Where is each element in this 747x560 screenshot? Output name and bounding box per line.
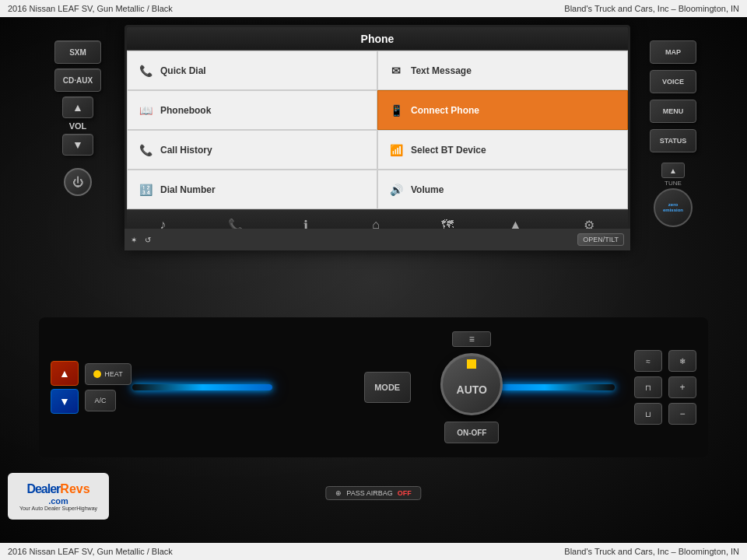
screen-title: Phone bbox=[361, 33, 395, 45]
volume-label: Volume bbox=[411, 184, 444, 195]
fan-top-button[interactable]: ≡ bbox=[452, 331, 491, 347]
fan-speed-up-button[interactable]: + bbox=[668, 376, 696, 398]
status-button[interactable]: STATUS bbox=[650, 129, 696, 152]
watermark-dot-com: .com bbox=[48, 496, 68, 506]
select-bt-icon: 📶 bbox=[388, 142, 405, 159]
infotainment-screen: Phone 📞 Quick Dial ✉ Text Message 📖 Phon… bbox=[124, 25, 630, 250]
airbag-text: PASS AIRBAG bbox=[346, 489, 392, 497]
rear-defrost-button[interactable]: ❄ bbox=[668, 350, 696, 372]
temp-up-button[interactable]: ▲ bbox=[51, 361, 79, 386]
mode-button[interactable]: MODE bbox=[364, 372, 411, 403]
watermark-logo: Dealer bbox=[26, 482, 60, 496]
heat-button[interactable]: HEAT bbox=[85, 363, 132, 385]
menu-button[interactable]: MENU bbox=[650, 100, 696, 123]
vent-defrost-button[interactable]: ⊔ bbox=[634, 403, 662, 425]
airbag-icon: ⊕ bbox=[335, 489, 342, 497]
airbag-status: OFF bbox=[398, 489, 412, 497]
temp-arrows: ▲ ▼ bbox=[51, 361, 79, 414]
top-bar-left: 2016 Nissan LEAF SV, Gun Metallic / Blac… bbox=[8, 4, 173, 13]
ac-button[interactable]: A/C bbox=[85, 390, 116, 411]
airbag-notice: ⊕ PASS AIRBAG OFF bbox=[325, 486, 421, 500]
bottom-bar-left: 2016 Nissan LEAF SV, Gun Metallic / Blac… bbox=[8, 547, 173, 556]
text-message-icon: ✉ bbox=[388, 62, 405, 79]
climate-panel: ▲ ▼ HEAT A/C MODE bbox=[39, 317, 708, 457]
climate-right-controls: ≈ ⊓ ⊔ ❄ + − bbox=[634, 350, 696, 425]
sxm-button[interactable]: SXM bbox=[54, 40, 101, 64]
phonebook-item[interactable]: 📖 Phonebook bbox=[127, 90, 377, 130]
top-info-bar: 2016 Nissan LEAF SV, Gun Metallic / Blac… bbox=[0, 0, 747, 17]
refresh-button[interactable]: ↺ bbox=[145, 236, 151, 244]
watermark-logo-row: Dealer Revs bbox=[26, 482, 89, 496]
auto-label: AUTO bbox=[457, 383, 487, 396]
volume-icon: 🔊 bbox=[388, 181, 405, 198]
vent-face-button[interactable]: ≈ bbox=[634, 350, 662, 372]
screen-footer: ✶ ↺ OPEN/TILT bbox=[124, 229, 630, 250]
bottom-bar-right: Bland's Truck and Cars, Inc – Bloomingto… bbox=[564, 547, 739, 556]
map-button[interactable]: MAP bbox=[650, 40, 696, 64]
left-control-panel: SXM CD·AUX ▲ VOL ▼ ⏻ bbox=[47, 40, 109, 243]
dial-number-icon: 🔢 bbox=[137, 181, 154, 198]
right-btns-row: ≈ ⊓ ⊔ ❄ + − bbox=[634, 350, 696, 425]
auto-wrapper: AUTO bbox=[440, 353, 503, 415]
vol-down-button[interactable]: ▼ bbox=[62, 134, 93, 156]
call-history-item[interactable]: 📞 Call History bbox=[127, 130, 377, 170]
tune-up-button[interactable]: ▲ bbox=[661, 163, 685, 178]
dial-number-item[interactable]: 🔢 Dial Number bbox=[127, 170, 377, 209]
tune-label: TUNE bbox=[665, 180, 682, 187]
volume-item[interactable]: 🔊 Volume bbox=[377, 170, 628, 209]
auto-button[interactable]: AUTO bbox=[440, 353, 503, 415]
zero-emission-text: zeroemission bbox=[663, 202, 683, 213]
heat-ac-btns: HEAT A/C bbox=[85, 363, 132, 411]
phonebook-icon: 📖 bbox=[137, 102, 154, 119]
main-area: SXM CD·AUX ▲ VOL ▼ ⏻ MAP VOICE MENU STAT… bbox=[0, 17, 747, 543]
star-button[interactable]: ✶ bbox=[131, 236, 137, 244]
cd-aux-button[interactable]: CD·AUX bbox=[54, 68, 101, 92]
select-bt-label: Select BT Device bbox=[411, 145, 486, 156]
auto-indicator bbox=[467, 359, 476, 369]
vol-label: VOL bbox=[69, 121, 87, 131]
fan-speed-down-button[interactable]: − bbox=[668, 403, 696, 425]
quick-dial-item[interactable]: 📞 Quick Dial bbox=[127, 51, 377, 90]
temp-and-heat: ▲ ▼ HEAT A/C bbox=[51, 361, 132, 414]
fan-icon: ≡ bbox=[469, 334, 475, 345]
connect-phone-item[interactable]: 📱 Connect Phone bbox=[377, 90, 628, 130]
watermark-tagline: Your Auto Dealer SuperHighway bbox=[19, 506, 97, 511]
temp-down-button[interactable]: ▼ bbox=[51, 389, 79, 414]
connect-phone-icon: 📱 bbox=[388, 102, 405, 119]
bottom-info-bar: 2016 Nissan LEAF SV, Gun Metallic / Blac… bbox=[0, 543, 747, 560]
vol-controls: ▲ VOL ▼ bbox=[62, 96, 93, 156]
quick-dial-label: Quick Dial bbox=[160, 65, 206, 76]
heat-indicator bbox=[93, 370, 101, 378]
heat-label: HEAT bbox=[104, 370, 122, 378]
climate-inner: ▲ ▼ HEAT A/C MODE bbox=[39, 331, 708, 443]
watermark: Dealer Revs .com Your Auto Dealer SuperH… bbox=[8, 473, 109, 520]
voice-button[interactable]: VOICE bbox=[650, 70, 696, 93]
climate-area: ▲ ▼ HEAT A/C MODE bbox=[39, 317, 708, 457]
connect-phone-label: Connect Phone bbox=[411, 105, 479, 116]
call-history-icon: 📞 bbox=[137, 142, 154, 159]
menu-grid: 📞 Quick Dial ✉ Text Message 📖 Phonebook … bbox=[127, 51, 628, 209]
phonebook-label: Phonebook bbox=[160, 105, 211, 116]
vent-buttons: ≈ ⊓ ⊔ bbox=[634, 350, 662, 425]
zero-emission-badge: zeroemission bbox=[654, 188, 693, 227]
climate-left-controls: ▲ ▼ HEAT A/C bbox=[51, 361, 132, 414]
screen-header: Phone bbox=[127, 27, 628, 51]
power-button[interactable]: ⏻ bbox=[64, 168, 92, 196]
watermark-revs: Revs bbox=[60, 482, 89, 496]
text-message-label: Text Message bbox=[411, 65, 472, 76]
open-tilt-button[interactable]: OPEN/TILT bbox=[577, 233, 624, 246]
vol-up-button[interactable]: ▲ bbox=[62, 96, 93, 118]
text-message-item[interactable]: ✉ Text Message bbox=[377, 51, 628, 90]
auto-center: ≡ AUTO ON-OFF bbox=[440, 331, 503, 443]
call-history-label: Call History bbox=[160, 145, 212, 156]
fan-speed-buttons: ❄ + − bbox=[668, 350, 696, 425]
dial-number-label: Dial Number bbox=[160, 184, 216, 195]
screen-container: Phone 📞 Quick Dial ✉ Text Message 📖 Phon… bbox=[124, 25, 630, 250]
vent-feet-button[interactable]: ⊓ bbox=[634, 376, 662, 398]
select-bt-item[interactable]: 📶 Select BT Device bbox=[377, 130, 628, 170]
top-bar-right: Bland's Truck and Cars, Inc – Bloomingto… bbox=[564, 4, 739, 13]
on-off-button[interactable]: ON-OFF bbox=[444, 422, 499, 443]
quick-dial-icon: 📞 bbox=[137, 62, 154, 79]
